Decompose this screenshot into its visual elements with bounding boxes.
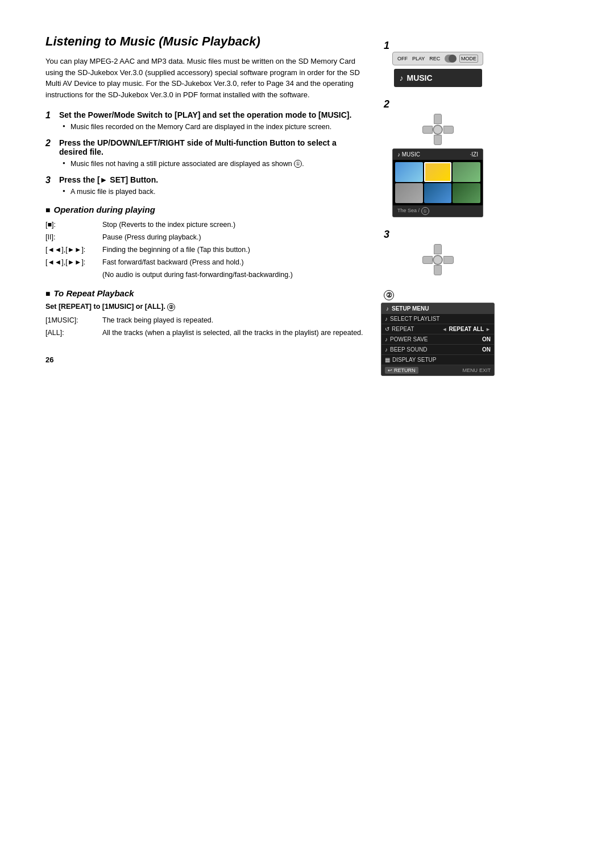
setup-row-powersave-label: ♪ POWER SAVE (385, 336, 482, 342)
dpad-3-left (422, 256, 433, 264)
repeat-icon: ↺ (385, 326, 389, 332)
repeat-desc-1: All the tracks (when a playlist is selec… (102, 327, 364, 338)
step-2-text: Press the UP/DOWN/LEFT/RIGHT side of Mul… (59, 138, 337, 156)
repeat-row-0: [1MUSIC]: The track being played is repe… (45, 315, 364, 326)
gallery-header: ♪ MUSIC ·IZI (393, 149, 483, 160)
repeat-left-arrow: ◄ (442, 326, 447, 332)
ops-desc-1: Pause (Press during playback.) (102, 232, 364, 243)
music-screen-text: MUSIC (407, 73, 433, 82)
setup-row-display-label: ▦ DISPLAY SETUP (385, 357, 491, 363)
return-icon: ↩ (388, 367, 392, 373)
menu-exit: MENU EXIT (462, 367, 491, 373)
page-title: Listening to Music (Music Playback) (45, 34, 364, 49)
beep-value: ON (482, 346, 491, 353)
dpad-up (434, 114, 442, 124)
return-text: RETURN (394, 367, 416, 373)
setup-row-beepsound: ♪ BEEP SOUND ON (381, 345, 494, 355)
display-text: DISPLAY SETUP (392, 357, 436, 363)
music-note-icon: ♪ (400, 73, 404, 82)
right-panel: 1 OFF PLAY REC MODE ♪ MUSIC 2 (381, 34, 495, 376)
ops-key-0: [■]: (45, 219, 97, 230)
ops-row-0: [■]: Stop (Reverts to the index picture … (45, 219, 364, 230)
ops-table: [■]: Stop (Reverts to the index picture … (45, 219, 364, 280)
playlist-text: SELECT PLAYLIST (390, 316, 439, 322)
dpad-down (434, 135, 442, 145)
powersave-icon: ♪ (385, 336, 388, 342)
repeat-subtitle: Set [REPEAT] to [1MUSIC] or [ALL]. ② (45, 303, 364, 311)
ops-key-3: [◄◄],[►►]: (45, 257, 97, 268)
page-number: 26 (45, 356, 364, 364)
operation-section-header: Operation during playing (45, 205, 364, 214)
setup-header-text: SETUP MENU (392, 305, 429, 312)
dpad-left (422, 126, 433, 134)
circle-1-gallery: ① (421, 207, 429, 215)
circle-2-right: ② (384, 290, 394, 300)
dpad-center (433, 125, 443, 135)
step-3: 3 Press the [► SET] Button. A music file… (45, 175, 364, 197)
return-button[interactable]: ↩ RETURN (385, 367, 418, 374)
mode-play: PLAY (412, 56, 425, 61)
intro-text: You can play MPEG-2 AAC and MP3 data. Mu… (45, 56, 364, 100)
setup-row-beep-value: ON (482, 346, 491, 353)
repeat-desc-0: The track being played is repeated. (102, 315, 364, 326)
ops-row-4: (No audio is output during fast-forwardi… (45, 269, 364, 280)
right-step-2-group: 2 ♪ MUSIC ·IZI (381, 98, 495, 217)
playlist-icon: ♪ (385, 316, 388, 322)
gallery-footer: The Sea / ① (393, 205, 483, 217)
circle-2: ② (384, 290, 394, 300)
dpad-right (443, 126, 454, 134)
repeat-right-arrow: ► (486, 326, 491, 332)
thumb-3 (453, 162, 480, 182)
dpad-3-right (443, 256, 454, 264)
step-2: 2 Press the UP/DOWN/LEFT/RIGHT side of M… (45, 138, 364, 170)
circle-1: ① (294, 160, 302, 168)
display-icon: ▦ (385, 357, 390, 363)
step-1: 1 Set the Power/Mode Switch to [PLAY] an… (45, 110, 364, 133)
step-3-bullet: A music file is played back. (70, 187, 364, 197)
mode-switch-toggle (445, 55, 455, 63)
ops-key-1: [II]: (45, 232, 97, 243)
step-1-text: Set the Power/Mode Switch to [PLAY] and … (59, 110, 351, 119)
repeat-key-1: [ALL]: (45, 327, 97, 338)
right-step-1-group: 1 OFF PLAY REC MODE ♪ MUSIC (381, 40, 495, 87)
gallery-screen: ♪ MUSIC ·IZI The Sea / ① (392, 148, 483, 217)
music-screen-1: ♪ MUSIC (394, 69, 482, 87)
setup-menu: ♪ SETUP MENU ♪ SELECT PLAYLIST ↺ REPEAT (381, 303, 495, 376)
gallery-header-left: ♪ MUSIC (397, 151, 420, 158)
ops-row-1: [II]: Pause (Press during playback.) (45, 232, 364, 243)
step-3-number: 3 (45, 175, 56, 185)
ops-desc-3: Fast forward/fast backward (Press and ho… (102, 257, 364, 268)
gallery-grid (393, 160, 483, 205)
gallery-header-right: ·IZI (470, 151, 478, 158)
setup-row-repeat: ↺ REPEAT ◄ REPEAT ALL ► (381, 324, 494, 334)
repeat-value-text: REPEAT ALL (449, 326, 484, 332)
repeat-key-0: [1MUSIC]: (45, 315, 97, 326)
dpad-3-up (434, 244, 442, 254)
mode-label: MODE (459, 55, 478, 63)
right-repeat-group: ② ♪ SETUP MENU ♪ SELECT PLAYLIST (381, 290, 495, 376)
ops-key-2: [◄◄],[►►]: (45, 244, 97, 255)
repeat-table: [1MUSIC]: The track being played is repe… (45, 315, 364, 338)
right-step-3-group: 3 (381, 229, 495, 279)
menu-label: MENU (462, 367, 478, 373)
dpad-3-center (433, 255, 443, 265)
thumb-5 (424, 183, 452, 203)
right-step-2-label: 2 (384, 98, 389, 110)
step-2-number: 2 (45, 138, 56, 148)
setup-header-icon: ♪ (386, 305, 389, 312)
setup-row-playlist-label: ♪ SELECT PLAYLIST (385, 316, 491, 322)
step-3-text: Press the [► SET] Button. (59, 175, 158, 184)
mode-off: OFF (397, 56, 408, 61)
thumb-4 (395, 183, 423, 203)
thumb-6 (453, 183, 480, 203)
dpad (422, 114, 454, 145)
setup-menu-header: ♪ SETUP MENU (381, 303, 494, 314)
powersave-text: POWER SAVE (390, 336, 428, 342)
beep-icon: ♪ (385, 346, 388, 353)
exit-label: EXIT (479, 367, 491, 373)
repeat-text: REPEAT (392, 326, 414, 332)
powersave-value: ON (482, 336, 491, 342)
setup-row-powersave: ♪ POWER SAVE ON (381, 334, 494, 345)
setup-row-powersave-value: ON (482, 336, 491, 342)
circle-2-inline: ② (167, 303, 175, 311)
